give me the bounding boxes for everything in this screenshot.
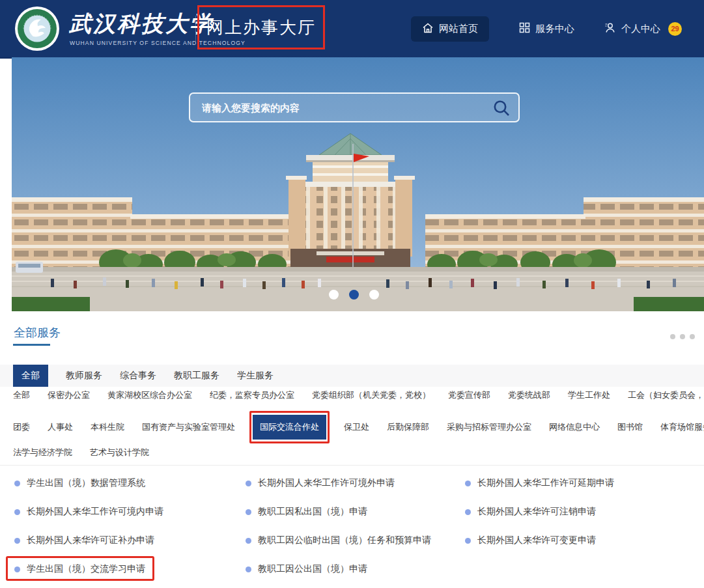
bullet-icon <box>246 538 251 544</box>
department-link[interactable]: 本科生院 <box>91 421 124 433</box>
department-link[interactable]: 图书馆 <box>617 421 643 433</box>
portal-title: 网上办事大厅 <box>206 16 316 39</box>
nav-home-label: 网站首页 <box>439 23 478 35</box>
department-label: 法学与经济学院 <box>13 447 72 457</box>
service-label: 长期外国人来华许可证补办申请 <box>27 535 154 546</box>
filter-row-1: 团委人事处本科生院国有资产与实验室管理处国际交流合作处保卫处后勤保障部采购与招标… <box>13 415 704 439</box>
department-label: 网络信息中心 <box>549 422 600 432</box>
header: 武汉科技大学 WUHAN UNIVERSITY OF SCIENCE AND T… <box>0 0 704 59</box>
service-link[interactable]: 教职工因私出国（境）申请 <box>246 506 367 518</box>
department-label: 艺术与设计学院 <box>90 447 149 457</box>
department-label: 采购与招标管理办公室 <box>447 422 531 432</box>
department-link[interactable]: 网络信息中心 <box>549 421 600 433</box>
department-label: 学生工作处 <box>568 390 610 400</box>
highlight-box-department <box>249 411 330 443</box>
department-label: 人事处 <box>48 422 73 432</box>
department-link[interactable]: 工会（妇女委员会，教代会） <box>628 389 704 401</box>
department-label: 黄家湖校区综合办公室 <box>107 390 192 400</box>
department-link[interactable]: 体育场馆服务管理中心 <box>660 421 704 433</box>
header-nav: 网站首页 服务中心 个人中心 2 <box>411 0 682 57</box>
service-label: 学生出国（境）数据管理系统 <box>27 477 145 489</box>
bullet-icon <box>14 509 20 515</box>
service-link[interactable]: 长期外国人来华工作许可延期申请 <box>465 477 614 489</box>
university-logo <box>14 6 60 51</box>
carousel-dot-1[interactable] <box>349 290 359 300</box>
service-link[interactable]: 长期外国人来华许可证补办申请 <box>14 535 154 546</box>
department-link[interactable]: 黄家湖校区综合办公室 <box>107 389 192 401</box>
bullet-icon <box>246 481 251 486</box>
department-link[interactable]: 人事处 <box>48 421 73 433</box>
department-label: 党委宣传部 <box>448 390 490 400</box>
carousel-dot-2[interactable] <box>369 290 379 300</box>
department-label: 图书馆 <box>617 422 643 432</box>
department-label: 全部 <box>13 390 30 400</box>
department-link[interactable]: 纪委，监察专员办公室 <box>210 389 294 401</box>
bullet-icon <box>465 509 471 515</box>
department-link[interactable]: 团委 <box>13 421 30 433</box>
service-label: 教职工因公临时出国（境）任务和预算申请 <box>258 535 431 546</box>
department-link[interactable]: 全部 <box>13 389 30 401</box>
service-link[interactable]: 学生出国（境）数据管理系统 <box>14 477 145 489</box>
more-options-icon[interactable] <box>670 334 695 339</box>
department-link[interactable]: 采购与招标管理办公室 <box>447 421 531 433</box>
service-link[interactable]: 长期外国人来华许可注销申请 <box>465 506 596 518</box>
department-label: 工会（妇女委员会，教代会） <box>628 390 704 400</box>
department-link[interactable]: 学生工作处 <box>568 389 610 401</box>
section-title-underline <box>13 344 50 346</box>
department-label: 本科生院 <box>91 422 124 432</box>
bullet-icon <box>465 538 471 544</box>
hero-carousel <box>12 57 704 311</box>
department-label: 保卫处 <box>344 422 369 432</box>
tab-4[interactable]: 学生服务 <box>237 365 274 387</box>
department-link[interactable]: 国际交流合作处 <box>253 415 326 440</box>
search-input[interactable] <box>190 94 488 121</box>
department-label: 团委 <box>13 422 30 432</box>
department-label: 党委统战部 <box>508 390 550 400</box>
user-icon <box>604 22 616 36</box>
tab-2[interactable]: 综合事务 <box>120 365 156 387</box>
nav-service-center[interactable]: 服务中心 <box>519 22 574 35</box>
department-label: 纪委，监察专员办公室 <box>210 390 294 400</box>
department-link[interactable]: 保卫处 <box>344 421 369 433</box>
nav-personal-center[interactable]: 个人中心 29 <box>604 22 682 36</box>
header-divider <box>195 16 196 42</box>
department-link[interactable]: 保密办公室 <box>48 389 90 401</box>
service-link[interactable]: 长期外国人来华工作许可境内申请 <box>14 506 163 518</box>
service-link[interactable]: 学生出国（境）交流学习申请 <box>14 563 145 575</box>
university-name-cn: 武汉科技大学 <box>69 9 214 39</box>
department-filters: 全部保密办公室黄家湖校区综合办公室纪委，监察专员办公室党委组织部（机关党委，党校… <box>13 389 697 461</box>
filter-row-0: 全部保密办公室黄家湖校区综合办公室纪委，监察专员办公室党委组织部（机关党委，党校… <box>13 389 704 401</box>
service-label: 教职工因公出国（境）申请 <box>258 563 367 575</box>
page: 武汉科技大学 WUHAN UNIVERSITY OF SCIENCE AND T… <box>0 0 704 588</box>
tab-3[interactable]: 教职工服务 <box>174 365 219 387</box>
highlight-box-portal-title: 网上办事大厅 <box>197 5 325 49</box>
department-link[interactable]: 党委统战部 <box>508 389 550 401</box>
service-link[interactable]: 长期外国人来华工作许可境外申请 <box>246 477 395 489</box>
nav-home[interactable]: 网站首页 <box>411 16 489 42</box>
bullet-icon <box>14 538 20 544</box>
service-link[interactable]: 教职工因公临时出国（境）任务和预算申请 <box>246 535 431 546</box>
department-link[interactable]: 党委组织部（机关党委，党校） <box>312 389 430 401</box>
department-link[interactable]: 国有资产与实验室管理处 <box>142 421 235 433</box>
department-label: 党委组织部（机关党委，党校） <box>312 390 430 400</box>
department-link[interactable]: 后勤保障部 <box>387 421 429 433</box>
bullet-icon <box>465 481 471 486</box>
department-link[interactable]: 法学与经济学院 <box>13 447 72 458</box>
service-label: 长期外国人来华工作许可境内申请 <box>27 506 163 518</box>
department-label: 国有资产与实验室管理处 <box>142 422 235 432</box>
bullet-icon <box>14 481 20 486</box>
tab-1[interactable]: 教师服务 <box>66 365 102 387</box>
carousel-dots <box>12 290 704 300</box>
tab-strip: 全部教师服务综合事务教职工服务学生服务 <box>0 365 704 387</box>
search-bar <box>189 92 520 122</box>
service-link[interactable]: 长期外国人来华许可变更申请 <box>465 535 596 546</box>
tab-0[interactable]: 全部 <box>13 365 48 387</box>
section-title: 全部服务 <box>14 325 61 341</box>
service-link[interactable]: 教职工因公出国（境）申请 <box>246 563 367 575</box>
search-icon[interactable] <box>492 99 511 117</box>
service-label: 长期外国人来华工作许可境外申请 <box>258 477 395 489</box>
department-link[interactable]: 艺术与设计学院 <box>90 447 149 458</box>
bullet-icon <box>246 567 251 572</box>
department-link[interactable]: 党委宣传部 <box>448 389 490 401</box>
carousel-dot-0[interactable] <box>329 290 339 300</box>
